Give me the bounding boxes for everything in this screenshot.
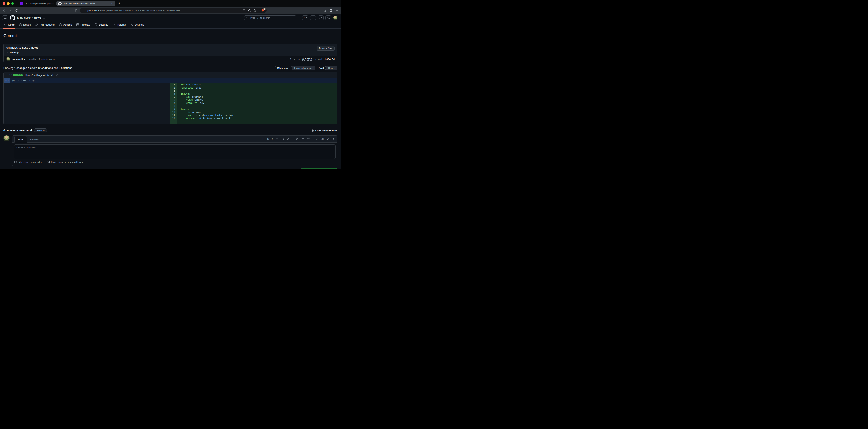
- diff-row[interactable]: 10+ - id: welcome: [4, 111, 337, 114]
- site-settings-icon[interactable]: [83, 9, 85, 12]
- tab-projects[interactable]: Projects: [74, 22, 92, 29]
- branch-name[interactable]: develop: [10, 51, 19, 54]
- comment-submit-button[interactable]: Comment on this commit: [301, 168, 337, 168]
- diff-row[interactable]: 5+ - id: greeting: [4, 95, 337, 98]
- line-number[interactable]: 8: [170, 104, 177, 108]
- diff-row[interactable]: 11+ type: io.kestra.core.tasks.log.Log: [4, 114, 337, 117]
- tab-pull-requests[interactable]: Pull requests: [33, 22, 57, 29]
- brave-shield-icon[interactable]: 1: [261, 9, 265, 12]
- code-icon[interactable]: [281, 138, 284, 141]
- tab-insights[interactable]: Insights: [111, 22, 128, 29]
- diff-row[interactable]: 7+ defaults: hey: [4, 101, 337, 104]
- command-palette-icon[interactable]: >_: [292, 17, 294, 19]
- diff-row[interactable]: 12+ message: hi {{ inputs.greeting }}: [4, 117, 337, 120]
- extensions-icon[interactable]: [323, 9, 327, 12]
- breadcrumb-repo[interactable]: flows: [34, 16, 41, 19]
- comment-textarea[interactable]: [14, 145, 336, 159]
- new-tab-button[interactable]: +: [118, 1, 120, 6]
- lock-conversation-button[interactable]: Lock conversation: [311, 129, 337, 132]
- bullet-list-icon[interactable]: [301, 138, 304, 141]
- diff-row[interactable]: 4+inputs:: [4, 92, 337, 95]
- github-logo-icon[interactable]: [10, 15, 15, 21]
- screencast-icon[interactable]: [242, 9, 246, 12]
- expand-hunk-button[interactable]: ···: [4, 78, 10, 83]
- back-icon[interactable]: [3, 9, 6, 12]
- user-avatar[interactable]: [333, 16, 337, 20]
- line-number[interactable]: 2: [170, 86, 177, 89]
- inbox-button[interactable]: [326, 16, 331, 20]
- bold-icon[interactable]: B: [267, 138, 269, 140]
- line-number[interactable]: 4: [170, 92, 177, 95]
- tab-preview[interactable]: Preview: [27, 136, 42, 143]
- browse-files-button[interactable]: Browse files: [317, 46, 335, 51]
- diff-row[interactable]: 8+: [4, 104, 337, 108]
- create-new-button[interactable]: +: [302, 16, 308, 20]
- global-menu-button[interactable]: [2, 16, 8, 21]
- plus-marker: +: [177, 108, 181, 110]
- bookmark-icon[interactable]: [75, 9, 78, 12]
- cross-reference-icon[interactable]: [327, 138, 330, 141]
- pull-requests-button[interactable]: [318, 16, 323, 20]
- diff-row[interactable]: 3+: [4, 89, 337, 92]
- whitespace-option[interactable]: Whitespace: [275, 66, 292, 70]
- summary-changed-files: 1 changed file: [14, 67, 32, 70]
- line-number[interactable]: 12: [170, 117, 177, 120]
- yaml-key: id:: [186, 111, 190, 113]
- parent-sha-link[interactable]: 8b37170: [303, 58, 312, 61]
- url-bar[interactable]: github.com/anna-geller/flows/commit/b604…: [80, 8, 267, 13]
- saved-replies-icon[interactable]: [333, 138, 335, 141]
- line-number[interactable]: 1: [170, 83, 177, 86]
- tab-security[interactable]: Security: [92, 22, 110, 29]
- link-icon[interactable]: [287, 138, 290, 141]
- share-icon[interactable]: [253, 9, 256, 12]
- add-files-button[interactable]: Paste, drop, or click to add files: [47, 161, 83, 163]
- zoom-out-icon[interactable]: [248, 9, 251, 12]
- close-window-button[interactable]: [3, 2, 5, 5]
- diff-filename[interactable]: flows/hello_world.yml: [25, 74, 54, 76]
- attach-file-icon[interactable]: [316, 138, 318, 141]
- quote-icon[interactable]: [276, 138, 279, 141]
- file-options-kebab-icon[interactable]: ···: [332, 73, 335, 76]
- browser-tab-github[interactable]: changes to kestra flows · anna ✕: [56, 1, 115, 6]
- diff-row[interactable]: 1+id: hello_world: [4, 83, 337, 86]
- diff-row[interactable]: 9+tasks:: [4, 108, 337, 111]
- tab-issues[interactable]: Issues: [17, 22, 33, 29]
- sidebar-toggle-icon[interactable]: [330, 9, 333, 12]
- issues-button[interactable]: [310, 16, 316, 20]
- breadcrumb-owner[interactable]: anna-geller: [17, 16, 31, 19]
- line-number[interactable]: 7: [170, 101, 177, 104]
- diff-row[interactable]: 2+namespace: prod: [4, 86, 337, 89]
- tab-write[interactable]: Write: [14, 136, 27, 143]
- unified-option[interactable]: Unified: [326, 66, 337, 70]
- tab-code[interactable]: Code: [2, 22, 17, 29]
- collapse-chevron-icon[interactable]: [6, 74, 8, 76]
- italic-icon[interactable]: I: [272, 138, 273, 140]
- browser-menu-icon[interactable]: [335, 9, 338, 12]
- line-number[interactable]: 11: [170, 114, 177, 117]
- split-option[interactable]: Split: [317, 66, 326, 70]
- line-number[interactable]: 5: [170, 95, 177, 98]
- author-avatar[interactable]: [6, 57, 10, 61]
- tab-settings[interactable]: Settings: [128, 22, 146, 29]
- mention-icon[interactable]: @: [321, 138, 324, 140]
- line-number[interactable]: 6: [170, 98, 177, 101]
- line-number[interactable]: 9: [170, 108, 177, 111]
- search-input[interactable]: Type / to search >_: [244, 16, 297, 20]
- commit-author[interactable]: anna-geller: [12, 58, 25, 60]
- tab-actions[interactable]: Actions: [57, 22, 74, 29]
- line-number[interactable]: 10: [170, 111, 177, 114]
- copy-icon[interactable]: [56, 74, 58, 76]
- forward-icon[interactable]: [9, 9, 12, 12]
- zoom-window-button[interactable]: [11, 2, 14, 5]
- numbered-list-icon[interactable]: [296, 138, 299, 141]
- tab-close-icon[interactable]: ✕: [111, 2, 113, 5]
- markdown-supported-link[interactable]: Markdown is supported: [14, 160, 42, 163]
- line-number[interactable]: 3: [170, 89, 177, 92]
- minimize-window-button[interactable]: [7, 2, 9, 5]
- browser-tab-kestra[interactable]: 2X3x2TMqX5NfvFPDj4wd6f | Kestra: [18, 1, 56, 6]
- heading-icon[interactable]: H: [262, 138, 265, 140]
- reload-icon[interactable]: [15, 9, 18, 12]
- ignore-whitespace-option[interactable]: Ignore whitespace: [292, 66, 315, 70]
- task-list-icon[interactable]: [307, 138, 310, 141]
- diff-row[interactable]: 6+ type: STRING: [4, 98, 337, 101]
